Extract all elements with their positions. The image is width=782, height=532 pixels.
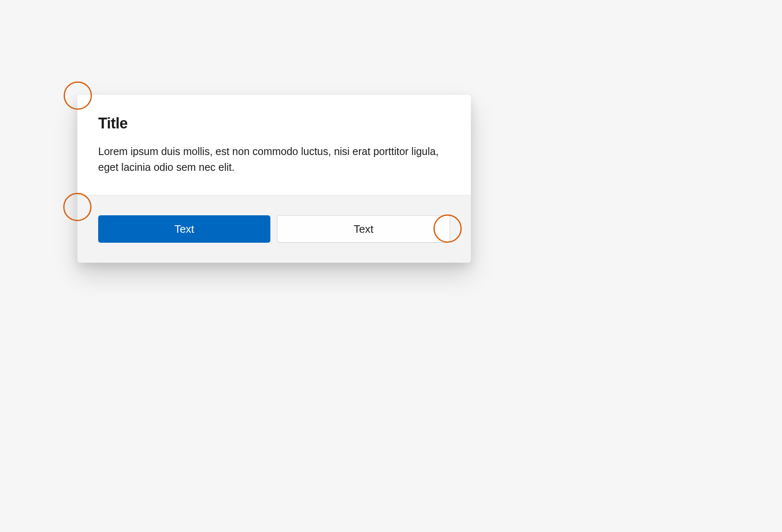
dialog: Title Lorem ipsum duis mollis, est non c…: [77, 95, 471, 263]
primary-button[interactable]: Text: [98, 215, 270, 243]
dialog-content-area: Title Lorem ipsum duis mollis, est non c…: [77, 95, 471, 195]
dialog-title: Title: [98, 115, 450, 132]
dialog-body-text: Lorem ipsum duis mollis, est non commodo…: [98, 144, 450, 175]
secondary-button[interactable]: Text: [277, 215, 450, 243]
dialog-footer: Text Text: [77, 195, 471, 263]
